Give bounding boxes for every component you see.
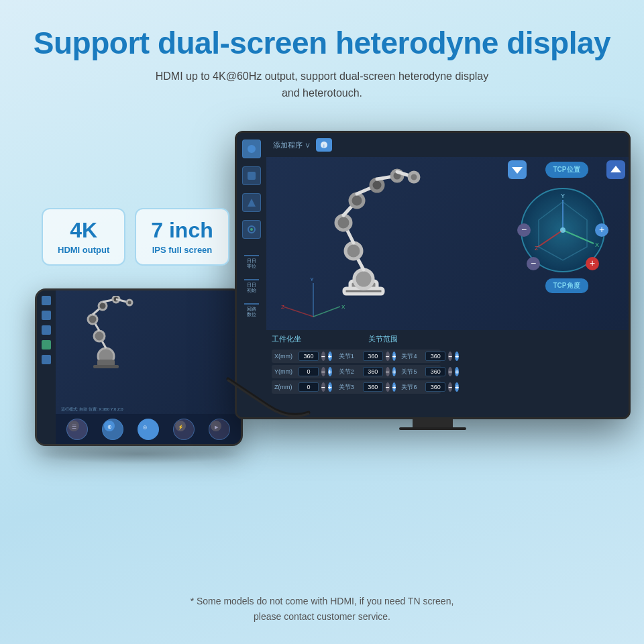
subtitle: HDMI up to 4K@60Hz output, support dual-… — [34, 68, 610, 102]
svg-text:◎: ◎ — [143, 425, 147, 429]
tcp-angle-label[interactable]: TCP角度 — [545, 278, 588, 293]
main-title: Support dual-screen heterodyne display — [34, 25, 610, 61]
svg-text:Y: Y — [561, 193, 565, 199]
svg-text:Y: Y — [310, 276, 314, 282]
small-bottom-icon-3[interactable]: ◎ — [138, 419, 159, 440]
footer-line-2: please contact customer service. — [254, 611, 390, 622]
small-bottom-icon-4[interactable]: ⚡ — [173, 419, 195, 440]
down-arrow-btn[interactable] — [508, 160, 527, 179]
badge-4k-sub: HDMI output — [58, 245, 109, 255]
j1-plus-btn[interactable]: + — [392, 352, 396, 361]
svg-point-32 — [354, 270, 373, 288]
svg-point-10 — [127, 300, 132, 305]
small-sidebar-icon-1 — [42, 296, 51, 305]
x-minus-btn[interactable]: − — [321, 352, 325, 361]
up-arrow-btn[interactable] — [606, 160, 625, 179]
small-bottom-bar: ☰ ⊕ ◎ — [56, 414, 241, 444]
small-sidebar — [37, 290, 56, 444]
table-title: 工件化坐 — [272, 334, 301, 344]
j4-plus-btn[interactable]: + — [455, 352, 459, 361]
svg-point-2 — [94, 331, 105, 341]
svg-text:Z: Z — [281, 304, 284, 310]
small-sidebar-icon-2 — [42, 311, 51, 320]
hdmi-cable-svg — [221, 366, 315, 433]
j3-minus-btn[interactable]: − — [386, 382, 390, 392]
j6-plus-btn[interactable]: + — [455, 382, 459, 392]
data-rows-container: X(mm) 360 − + 关节1 360 − + 关节4 360 — [272, 350, 623, 394]
sidebar-menu-item-3[interactable]: 回路数位 — [243, 301, 260, 321]
small-bottom-icon-2[interactable]: ⊕ — [102, 419, 123, 440]
svg-text:X: X — [341, 304, 345, 310]
large-sidebar-item-3[interactable] — [242, 193, 261, 212]
y-plus-btn[interactable]: + — [328, 367, 332, 376]
j6-minus-btn[interactable]: − — [448, 382, 452, 392]
j1-minus-btn[interactable]: − — [386, 352, 390, 361]
x-data-row: X(mm) 360 − + 关节1 360 − + 关节4 360 — [272, 350, 441, 363]
svg-rect-24 — [248, 172, 256, 180]
z-minus-btn[interactable]: − — [321, 382, 325, 392]
svg-point-44 — [409, 172, 419, 182]
svg-text:Z: Z — [535, 245, 539, 252]
top-bar-text: 添加程序 ∨ — [273, 140, 311, 150]
small-bottom-icon-1[interactable]: ☰ — [66, 419, 88, 440]
tcp-position-row: TCP位置 — [508, 160, 625, 179]
sidebar-icon-2-svg — [246, 170, 257, 181]
large-sidebar-item-2[interactable] — [242, 166, 261, 185]
svg-text:+: + — [590, 258, 595, 268]
svg-point-23 — [248, 145, 256, 153]
joint-title: 关节范围 — [368, 334, 398, 344]
svg-text:X: X — [595, 241, 599, 248]
small-device: 运行模式: 自动 位置: X:360 Y:0 Z:0 ☰ ⊕ — [35, 288, 243, 446]
sidebar-icon-1-svg — [246, 144, 257, 154]
circular-control-svg: Y Z X − — [508, 183, 619, 277]
sidebar-menu-item-2[interactable]: 日日初始 — [243, 276, 260, 297]
svg-line-46 — [283, 307, 313, 317]
j4-minus-btn[interactable]: − — [448, 352, 452, 361]
svg-text:⚡: ⚡ — [178, 424, 184, 430]
z-plus-btn[interactable]: + — [328, 382, 332, 392]
small-icon-svg-2: ⊕ — [103, 419, 116, 433]
sidebar-icon-3-svg — [246, 197, 257, 208]
x-plus-btn[interactable]: + — [328, 352, 332, 361]
header-section: Support dual-screen heterodyne display H… — [34, 0, 610, 102]
svg-point-63 — [560, 227, 566, 233]
small-robot-arm-svg — [62, 296, 150, 370]
circular-control-area: Y Z X − — [508, 183, 619, 277]
axis-lines-svg: Y Z X — [280, 276, 347, 323]
monitor-stand — [413, 419, 453, 427]
small-sidebar-icon-green — [42, 340, 51, 350]
svg-point-27 — [250, 228, 253, 231]
sidebar-icon-4-svg — [246, 224, 257, 235]
small-main-content: 运行模式: 自动 位置: X:360 Y:0 Z:0 ☰ ⊕ — [56, 290, 241, 444]
badge-4k: 4K HDMI output — [42, 208, 125, 266]
tcp-position-label[interactable]: TCP位置 — [545, 162, 588, 178]
up-arrow-icon — [606, 160, 625, 179]
j5-minus-btn[interactable]: − — [448, 367, 452, 376]
svg-point-4 — [88, 315, 97, 324]
small-sidebar-icon-5 — [42, 355, 51, 364]
j2-plus-btn[interactable]: + — [392, 367, 396, 376]
large-sidebar-item-4[interactable] — [242, 220, 261, 239]
j2-minus-btn[interactable]: − — [386, 367, 390, 376]
large-main-content: 添加程序 ∨ i — [266, 133, 629, 417]
y-minus-btn[interactable]: − — [321, 367, 325, 376]
small-icon-svg-3: ◎ — [138, 419, 152, 433]
j3-plus-btn[interactable]: + — [392, 382, 396, 392]
small-device-screen: 运行模式: 自动 位置: X:360 Y:0 Z:0 ☰ ⊕ — [37, 290, 241, 444]
robot-area: Y Z X — [266, 157, 629, 330]
large-sidebar-item-1[interactable] — [242, 140, 261, 158]
down-arrow-icon — [508, 160, 527, 179]
j5-plus-btn[interactable]: + — [455, 367, 459, 376]
small-info-text: 运行模式: 自动 位置: X:360 Y:0 Z:0 — [61, 407, 237, 412]
badge-7inch-sub: IPS full screen — [151, 245, 213, 255]
svg-line-47 — [313, 307, 340, 317]
top-bar-icon[interactable]: i — [316, 138, 332, 152]
small-icon-svg-4: ⚡ — [174, 419, 187, 433]
small-sidebar-icon-3 — [42, 325, 51, 335]
badge-7inch-main: 7 inch — [151, 219, 213, 242]
svg-point-36 — [336, 215, 351, 230]
sidebar-menu-item-1[interactable]: 日日零位 — [243, 252, 260, 272]
tcp-angle-row: TCP角度 — [508, 278, 625, 293]
sidebar-menu-group: 日日零位 日日初始 回路数位 — [243, 252, 260, 320]
svg-marker-25 — [248, 199, 256, 207]
